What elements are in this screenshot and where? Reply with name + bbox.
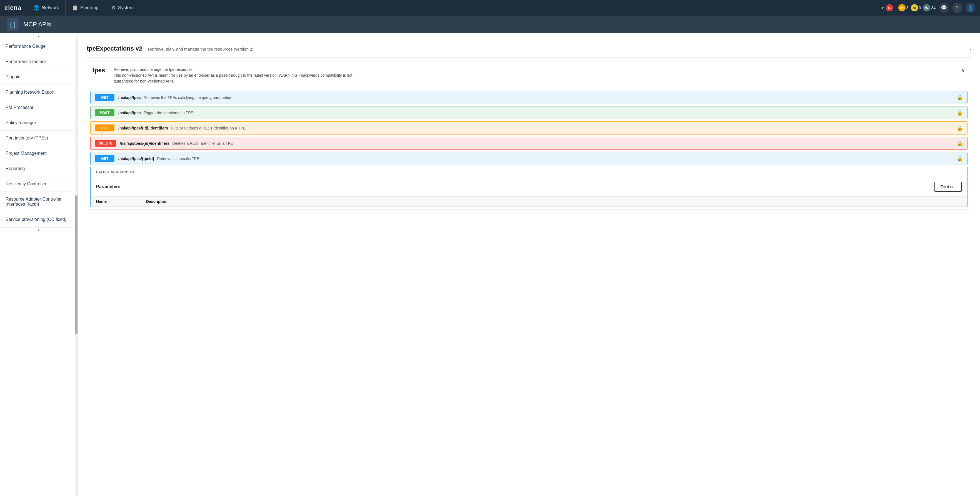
main-content: tpeExpectations v2 Retrieve, plan, and m… [78, 33, 980, 496]
tpes-desc-line2: This non-versioned API is meant for use … [114, 73, 352, 78]
sidebar-item-resiliency-controller[interactable]: Resiliency Controller [0, 177, 78, 192]
method-badge-get: GET [95, 94, 115, 101]
sidebar-item-project-management[interactable]: Project Management [0, 146, 78, 161]
method-desc-post-tpes: Trigger the creation of a TPE [143, 111, 193, 115]
expanded-get-section: LATEST VERSION: V3 Parameters Try it out… [90, 167, 967, 207]
lock-icon-get-tpes: 🔒 [957, 94, 963, 100]
tpes-section: tpes Retrieve, plan, and manage the tpe … [87, 62, 971, 209]
sidebar-scrollbar-thumb [75, 195, 78, 334]
col-header-description: Description [146, 199, 962, 204]
method-path-put-tpes: /nsi/api/tpes/{id}/identifiers [118, 126, 168, 130]
method-row-get-tpe-id[interactable]: GET /nsi/api/tpes/{tpeId} Retrieves a sp… [90, 152, 967, 165]
page-title: MCP APIs [23, 21, 51, 28]
nav-right-section: ▾ C 1 M 3 m 0 W 34 💬 [882, 3, 975, 13]
tpes-desc-line3: guaranteed for non-versioned APIs. [114, 78, 352, 84]
sidebar: ▲ Performance Gauge Performance metrics … [0, 33, 78, 496]
method-row-put-tpes[interactable]: PUT /nsi/api/tpes/{id}/identifiers Puts … [90, 121, 967, 134]
tpes-chevron: ∨ [961, 67, 965, 73]
tpes-desc-line1: Retrieve, plan, and manage the tpe resou… [114, 67, 352, 73]
badge-c: C 1 [886, 4, 896, 11]
col-header-name: Name [96, 199, 146, 204]
nav-item-system[interactable]: ⚙ System [105, 0, 140, 16]
badge-m2-count: 0 [919, 6, 921, 10]
sidebar-item-planning-network-export[interactable]: Planning Network Export [0, 85, 78, 100]
method-desc-get-tpes: Retrieves the TPEs satisfying the query … [143, 95, 232, 100]
lock-icon-post-tpes: 🔒 [957, 110, 963, 116]
sidebar-item-resource-adapter-controller[interactable]: Resource Adapter Controller Interfaces (… [0, 192, 78, 212]
tpe-expectations-group-title-area: tpeExpectations v2 Retrieve, plan, and m… [87, 45, 255, 52]
sidebar-item-policy-manager[interactable]: Policy manager [0, 115, 78, 131]
method-row-get-tpes[interactable]: GET /nsi/api/tpes Retrieves the TPEs sat… [90, 91, 967, 104]
logo-text: ciena [5, 4, 21, 11]
method-badge-get-tpe-id: GET [95, 155, 115, 162]
tpes-header-content: tpes Retrieve, plan, and manage the tpe … [92, 67, 961, 84]
sidebar-scrollbar [75, 33, 78, 496]
badge-m-circle[interactable]: M [898, 4, 905, 11]
method-badge-post: POST [95, 109, 115, 116]
parameters-table-header: Name Description [91, 196, 967, 207]
badge-m: M 3 [898, 4, 908, 11]
badge-w-count: 34 [931, 6, 935, 10]
sidebar-item-performance-metrics[interactable]: Performance metrics [0, 54, 78, 69]
method-badge-delete: DELETE [95, 140, 116, 147]
method-desc-get-tpe-id: Retrieves a specific TPE [157, 156, 199, 161]
planning-icon: 📋 [72, 5, 78, 11]
nav-label-system: System [118, 5, 134, 11]
sidebar-item-reporting[interactable]: Reporting [0, 161, 78, 177]
lock-icon-delete-tpes: 🔒 [957, 140, 963, 147]
tpe-expectations-group-header[interactable]: tpeExpectations v2 Retrieve, plan, and m… [87, 40, 971, 57]
sidebar-item-service-provisioning[interactable]: Service provisioning (CD fixed) [0, 212, 78, 227]
api-section: tpeExpectations v2 Retrieve, plan, and m… [78, 33, 980, 216]
method-row-delete-tpes[interactable]: DELETE /nsi/api/tpes/{id}/identifiers De… [90, 137, 967, 150]
method-desc-delete-tpes: Deletes a REST identifier on a TPE [172, 141, 233, 146]
badge-m-letter: M [900, 6, 903, 10]
badge-c-circle[interactable]: C [886, 4, 893, 11]
sidebar-scroll-down[interactable]: ▼ [0, 227, 78, 233]
sidebar-scroll-up[interactable]: ▲ [0, 33, 78, 39]
nav-label-network: Network [42, 5, 59, 11]
sidebar-item-performance-gauge[interactable]: Performance Gauge [0, 39, 78, 54]
tpes-header[interactable]: tpes Retrieve, plan, and manage the tpe … [87, 62, 971, 89]
user-button[interactable]: 👤 [966, 3, 975, 13]
chat-icon: 💬 [941, 5, 947, 11]
sidebar-item-port-inventory[interactable]: Port inventory (TPEs) [0, 131, 78, 146]
logo[interactable]: ciena [5, 4, 21, 11]
badge-m-count: 3 [907, 6, 908, 10]
sidebar-item-pinpoint[interactable]: Pinpoint [0, 69, 78, 85]
tpe-expectations-chevron: › [969, 46, 971, 52]
badge-m2: m 0 [911, 4, 921, 11]
badge-m2-circle[interactable]: m [911, 4, 918, 11]
nav-item-network[interactable]: 🌐 Network [27, 0, 65, 16]
nav-item-planning[interactable]: 📋 Planning [65, 0, 105, 16]
method-path-get-tpes: /nsi/api/tpes [118, 95, 141, 100]
method-row-post-tpes[interactable]: POST /nsi/api/tpes Trigger the creation … [90, 106, 967, 119]
tpe-expectations-desc: Retrieve, plan, and manage the tpe resou… [148, 47, 255, 51]
sidebar-item-pm-processor[interactable]: PM Processor [0, 100, 78, 115]
parameters-header: Parameters Try it out [91, 177, 967, 196]
method-desc-put-tpes: Puts or updates a REST identifier on a T… [171, 126, 246, 130]
user-icon: 👤 [967, 5, 974, 11]
badge-w-letter: W [925, 6, 928, 10]
nav-label-planning: Planning [80, 5, 99, 11]
help-icon: ? [956, 5, 959, 11]
dropdown-arrow[interactable]: ▾ [882, 6, 884, 10]
page-header: { } MCP APIs [0, 16, 980, 33]
try-it-out-button[interactable]: Try it out [934, 182, 962, 192]
system-icon: ⚙ [111, 5, 116, 11]
lock-icon-get-tpe-id: 🔒 [957, 156, 963, 162]
help-button[interactable]: ? [952, 3, 962, 13]
chat-button[interactable]: 💬 [939, 3, 949, 13]
tpes-description: Retrieve, plan, and manage the tpe resou… [114, 67, 352, 84]
badge-c-letter: C [888, 6, 891, 10]
method-badge-put: PUT [95, 124, 115, 131]
tpe-expectations-title: tpeExpectations v2 [87, 45, 143, 52]
latest-version-label: LATEST VERSION: V3 [91, 167, 967, 177]
badge-w: W 34 [923, 4, 935, 11]
main-layout: ▲ Performance Gauge Performance metrics … [0, 33, 980, 496]
badge-w-circle[interactable]: W [923, 4, 930, 11]
page-header-icon: { } [7, 18, 19, 30]
method-path-post-tpes: /nsi/api/tpes [118, 111, 141, 115]
api-icon: { } [10, 21, 16, 28]
parameters-section: Parameters Try it out Name Description [91, 177, 967, 207]
tpes-title: tpes [92, 67, 109, 74]
